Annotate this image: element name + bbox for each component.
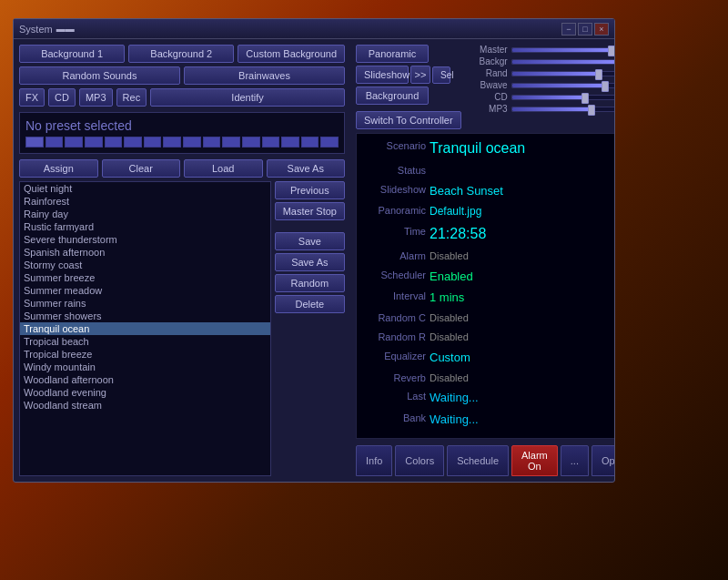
list-item[interactable]: Rustic farmyard (20, 220, 270, 233)
list-item[interactable]: Tropical beach (20, 335, 270, 348)
preset-slot-2[interactable] (46, 137, 64, 148)
action-row: Assign Clear Load Save As (19, 159, 345, 178)
slider-row-backgr: Backgr (467, 56, 614, 66)
preset-slot-8[interactable] (163, 137, 181, 148)
slideshow-button[interactable]: Slideshow (356, 66, 409, 84)
maximize-button[interactable]: □ (578, 23, 592, 36)
reverb-value: Disabled (430, 371, 614, 390)
list-item[interactable]: Rainforest (20, 195, 270, 208)
arrows-button[interactable]: >> (410, 66, 430, 84)
list-item[interactable]: Woodland stream (20, 399, 270, 412)
clear-button[interactable]: Clear (102, 159, 181, 178)
list-area: Quiet nightRainforestRainy dayRustic far… (19, 181, 345, 476)
custom-background-button[interactable]: Custom Background (238, 45, 345, 63)
slider-row-bwave: Bwave (467, 80, 614, 90)
list-item[interactable]: Stormy coast (20, 259, 270, 271)
save-as-button[interactable]: Save As (267, 159, 346, 178)
slider-track-rand[interactable] (511, 71, 614, 76)
background2-button[interactable]: Background 2 (128, 45, 234, 63)
save-button[interactable]: Save (275, 232, 345, 250)
preset-title: No preset selected (25, 118, 339, 133)
slider-track-master[interactable] (511, 47, 614, 53)
tab-dots[interactable]: ... (561, 445, 589, 476)
list-item[interactable]: Spanish afternoon (20, 246, 270, 259)
list-item[interactable]: Quiet night (20, 182, 270, 195)
pano-row2: Slideshow >> Sel (356, 66, 461, 84)
preset-slot-6[interactable] (124, 137, 142, 148)
list-item[interactable]: Tranquil ocean (20, 322, 270, 335)
preset-slot-9[interactable] (183, 137, 201, 148)
minimize-button[interactable]: − (561, 23, 576, 36)
list-item[interactable]: Severe thunderstorm (20, 233, 270, 246)
list-item[interactable]: Summer showers (20, 310, 270, 322)
cd-button[interactable]: CD (48, 88, 76, 107)
bank-value: Waiting... (430, 412, 614, 432)
background1-button[interactable]: Background 1 (19, 45, 125, 63)
preset-slot-1[interactable] (25, 137, 44, 148)
assign-button[interactable]: Assign (19, 159, 98, 178)
background-mode-button[interactable]: Background (356, 86, 429, 105)
list-item[interactable]: Rainy day (20, 208, 270, 220)
preset-list[interactable]: Quiet nightRainforestRainy dayRustic far… (19, 181, 271, 476)
equalizer-label: Equalizer (362, 350, 426, 371)
close-button[interactable]: × (594, 23, 609, 36)
list-item[interactable]: Tropical breeze (20, 348, 270, 361)
scenario-value: Tranquil ocean (430, 139, 614, 163)
list-item[interactable]: Summer rains (20, 297, 270, 310)
preset-slot-4[interactable] (85, 137, 103, 148)
slider-row-master: Master (467, 45, 614, 55)
fx-row: FX CD MP3 Rec Identify (19, 88, 345, 107)
random-button[interactable]: Random (275, 274, 345, 292)
slider-row-mp3: MP3 (467, 104, 614, 114)
preset-slot-7[interactable] (144, 137, 162, 148)
random-sounds-button[interactable]: Random Sounds (19, 66, 180, 85)
panoramic-label: Panoramic (362, 204, 426, 224)
list-item[interactable]: Summer breeze (20, 271, 270, 284)
list-item[interactable]: Windy mountain (20, 361, 270, 373)
reverb-label: Reverb (362, 371, 426, 390)
brainwaves-button[interactable]: Brainwaves (184, 66, 345, 85)
load-button[interactable]: Load (184, 159, 263, 178)
preset-slot-14[interactable] (281, 137, 299, 148)
preset-slot-5[interactable] (105, 137, 123, 148)
tab-options[interactable]: Options (592, 445, 614, 476)
preset-slot-16[interactable] (320, 137, 339, 148)
preset-slot-15[interactable] (301, 137, 319, 148)
list-item[interactable]: Summer meadow (20, 284, 270, 297)
tab-alarm-on[interactable]: Alarm On (511, 445, 558, 476)
slider-track-cd[interactable] (511, 95, 614, 100)
preset-slot-12[interactable] (242, 137, 260, 148)
delete-button[interactable]: Delete (275, 295, 345, 313)
sel-button[interactable]: Sel (432, 66, 450, 84)
switch-controller-button[interactable]: Switch To Controller (356, 111, 461, 129)
preset-slot-10[interactable] (203, 137, 221, 148)
main-window: System ▬▬ − □ × Background 1 Background … (13, 18, 615, 483)
identify-button[interactable]: Identify (150, 88, 345, 107)
title-bar-left: System ▬▬ (19, 24, 75, 35)
previous-button[interactable]: Previous (275, 181, 345, 199)
save-as-list-button[interactable]: Save As (275, 253, 345, 271)
preset-slot-3[interactable] (65, 137, 83, 148)
fx-button[interactable]: FX (19, 88, 45, 107)
mp3-button[interactable]: MP3 (79, 88, 113, 107)
status-value (430, 164, 614, 182)
preset-slot-13[interactable] (262, 137, 280, 148)
tab-colors[interactable]: Colors (395, 445, 444, 476)
slider-track-mp3[interactable] (511, 107, 614, 112)
slider-row-cd: CD (467, 92, 614, 102)
slider-track-bwave[interactable] (511, 83, 614, 88)
status-label: Status (362, 164, 426, 182)
list-item[interactable]: Woodland afternoon (20, 373, 270, 386)
rec-button[interactable]: Rec (116, 88, 147, 107)
tab-info[interactable]: Info (356, 445, 392, 476)
preset-slot-11[interactable] (222, 137, 240, 148)
tab-schedule[interactable]: Schedule (447, 445, 509, 476)
list-item[interactable]: Woodland evening (20, 386, 270, 399)
slider-track-backgr[interactable] (511, 59, 614, 65)
master-stop-button[interactable]: Master Stop (275, 202, 345, 220)
slider-label-backgr: Backgr (467, 56, 508, 66)
title-icon: ▬▬ (56, 24, 75, 34)
randomc-value: Disabled (430, 311, 614, 330)
panoramic-button[interactable]: Panoramic (356, 45, 429, 63)
background-row: Background 1 Background 2 Custom Backgro… (19, 45, 345, 63)
